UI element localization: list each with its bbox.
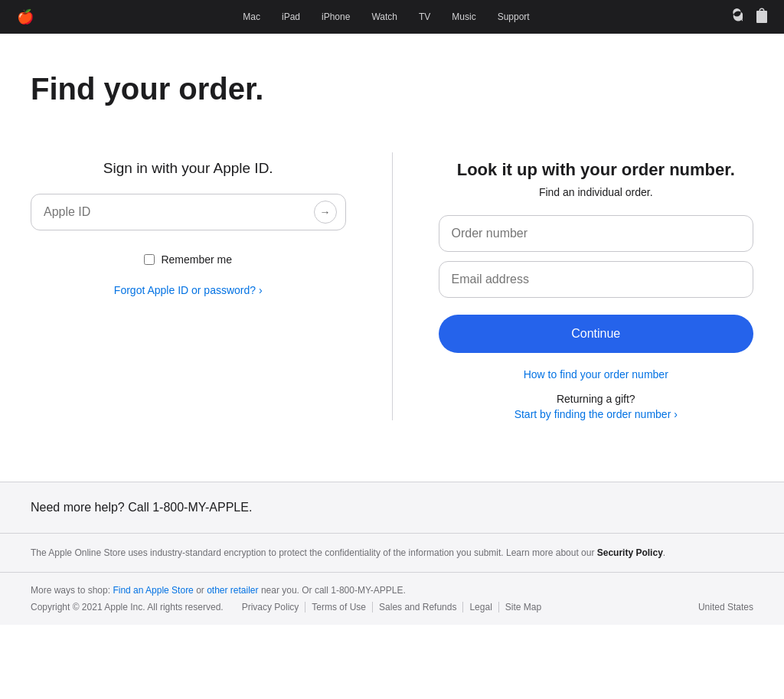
help-bar-text: Need more help? Call 1-800-MY-APPLE. (31, 501, 252, 514)
nav-item-watch[interactable]: Watch (361, 11, 408, 22)
nav-menu: Mac iPad iPhone Watch TV Music Support (41, 11, 731, 22)
apple-logo-icon[interactable]: 🍎 (17, 8, 34, 25)
footer-site-map-link[interactable]: Site Map (499, 602, 547, 612)
two-column-layout: Sign in with your Apple ID. → Remember m… (31, 152, 753, 420)
footer-left-group: Copyright © 2021 Apple Inc. All rights r… (31, 602, 547, 612)
order-number-input[interactable] (439, 215, 754, 252)
nav-item-iphone[interactable]: iPhone (311, 11, 361, 22)
nav-item-mac[interactable]: Mac (232, 11, 271, 22)
order-lookup-heading: Look it up with your order number. (439, 160, 754, 180)
footer-more-ways: More ways to shop: Find an Apple Store o… (31, 585, 753, 596)
apple-id-input[interactable] (31, 194, 346, 230)
email-address-input[interactable] (439, 261, 754, 298)
forgot-apple-id-link[interactable]: Forgot Apple ID or password? › (114, 284, 263, 296)
security-notice-end: . (663, 547, 665, 558)
order-lookup-subtitle: Find an individual order. (439, 186, 754, 198)
main-content: Find your order. Sign in with your Apple… (0, 34, 784, 482)
footer: More ways to shop: Find an Apple Store o… (0, 572, 784, 625)
nav-item-tv[interactable]: TV (408, 11, 441, 22)
nav-icon-group (731, 0, 767, 35)
footer-legal-link[interactable]: Legal (463, 602, 498, 612)
footer-copyright: Copyright © 2021 Apple Inc. All rights r… (31, 602, 224, 612)
continue-button[interactable]: Continue (439, 315, 754, 353)
navigation: 🍎 Mac iPad iPhone Watch TV Music Support (0, 0, 784, 34)
remember-me-label: Remember me (161, 253, 232, 266)
security-notice: The Apple Online Store uses industry-sta… (0, 533, 784, 572)
apple-id-submit-button[interactable]: → (314, 201, 337, 224)
how-to-find-order-number-link[interactable]: How to find your order number (439, 368, 754, 381)
start-finding-order-number-link[interactable]: Start by finding the order number › (439, 408, 754, 420)
footer-more-ways-text: More ways to shop: (31, 585, 110, 596)
security-policy-link[interactable]: Security Policy (597, 547, 663, 558)
footer-terms-of-use-link[interactable]: Terms of Use (305, 602, 373, 612)
remember-me-checkbox[interactable] (144, 254, 155, 265)
returning-gift-text: Returning a gift? (439, 393, 754, 405)
nav-item-ipad[interactable]: iPad (271, 11, 311, 22)
apple-id-input-wrapper: → (31, 194, 346, 230)
apple-id-signin-section: Sign in with your Apple ID. → Remember m… (31, 152, 393, 420)
footer-sales-refunds-link[interactable]: Sales and Refunds (373, 602, 463, 612)
nav-item-support[interactable]: Support (487, 11, 541, 22)
other-retailer-link[interactable]: other retailer (207, 585, 258, 596)
footer-region: United States (698, 602, 753, 612)
remember-me-row: Remember me (31, 253, 346, 266)
help-bar: Need more help? Call 1-800-MY-APPLE. (0, 482, 784, 533)
footer-links: Privacy Policy Terms of Use Sales and Re… (236, 602, 548, 612)
bag-icon[interactable] (756, 0, 767, 35)
find-apple-store-link[interactable]: Find an Apple Store (113, 585, 193, 596)
nav-item-music[interactable]: Music (441, 11, 486, 22)
security-notice-text: The Apple Online Store uses industry-sta… (31, 547, 594, 558)
footer-bottom-row: Copyright © 2021 Apple Inc. All rights r… (31, 602, 753, 612)
page-title: Find your order. (31, 72, 753, 106)
apple-id-heading: Sign in with your Apple ID. (31, 160, 346, 177)
order-number-section: Look it up with your order number. Find … (393, 152, 754, 420)
search-icon[interactable] (731, 0, 743, 35)
forgot-link-wrapper: Forgot Apple ID or password? › (31, 284, 346, 296)
footer-privacy-policy-link[interactable]: Privacy Policy (236, 602, 306, 612)
